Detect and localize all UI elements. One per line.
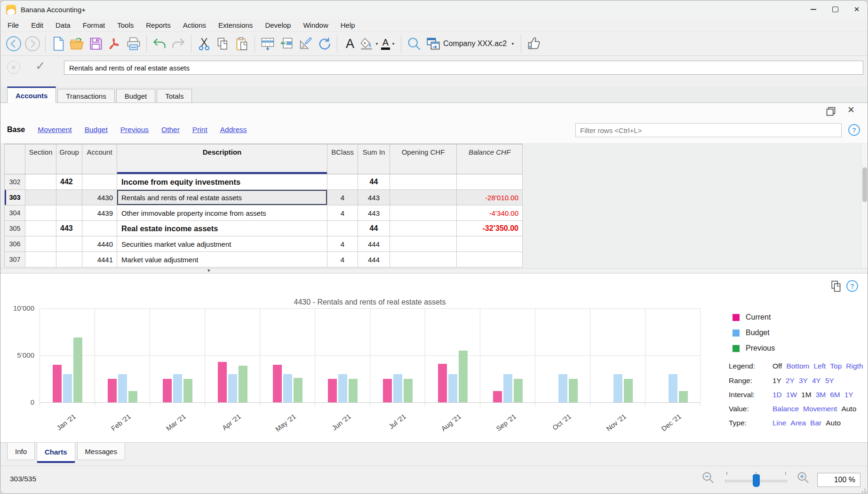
column-header-opening-chf[interactable]: Opening CHF	[390, 144, 457, 174]
cell-description[interactable]: Rentals and rents of real estate assets	[117, 190, 327, 205]
view-link-print[interactable]: Print	[192, 125, 207, 134]
vertical-scrollbar[interactable]	[861, 144, 868, 268]
tab-budget[interactable]: Budget	[116, 89, 156, 102]
cell-section[interactable]	[25, 252, 56, 267]
cell-group[interactable]: 443	[56, 221, 82, 236]
menu-item-file[interactable]: File	[1, 21, 25, 29]
cell-section[interactable]	[25, 205, 56, 221]
control-option-balance[interactable]: Balance	[772, 405, 799, 413]
formula-input[interactable]	[64, 61, 863, 75]
control-option-off[interactable]: Off	[772, 362, 782, 370]
cell-bclass[interactable]	[327, 174, 358, 190]
view-link-address[interactable]: Address	[220, 125, 247, 134]
bottom-tab-charts[interactable]: Charts	[37, 443, 75, 463]
control-option-bar[interactable]: Bar	[810, 419, 821, 427]
control-option-5y[interactable]: 5Y	[825, 376, 834, 385]
menu-item-extensions[interactable]: Extensions	[212, 21, 259, 29]
control-option-auto[interactable]: Auto	[841, 405, 856, 413]
zoom-value-field[interactable]: 100 %	[817, 473, 860, 487]
menu-item-format[interactable]: Format	[77, 21, 111, 29]
cell-account[interactable]	[82, 174, 117, 190]
column-header-balance-chf[interactable]: Balance CHF	[457, 144, 523, 174]
text-format-button[interactable]: A	[341, 34, 359, 54]
view-link-other[interactable]: Other	[161, 125, 180, 134]
menu-item-edit[interactable]: Edit	[25, 21, 49, 29]
cell-bclass[interactable]: 4	[327, 205, 358, 221]
row-number[interactable]: 305	[5, 221, 25, 236]
print-button[interactable]	[124, 34, 143, 54]
control-option-4y[interactable]: 4Y	[812, 376, 821, 385]
zoom-out-button[interactable]	[701, 471, 715, 486]
control-option-3m[interactable]: 3M	[816, 391, 826, 399]
cell-balance[interactable]	[457, 252, 523, 267]
row-number[interactable]: 302	[5, 174, 25, 190]
cell-sum_in[interactable]: 443	[358, 205, 390, 221]
column-header-account[interactable]: Account	[82, 144, 117, 174]
cell-account[interactable]: 4430	[82, 190, 117, 205]
control-option-1d[interactable]: 1D	[772, 391, 782, 399]
accept-edit-button[interactable]: ✓	[35, 59, 46, 73]
control-option-rigth[interactable]: Rigth	[846, 362, 863, 370]
cell-opening[interactable]	[390, 174, 457, 190]
cell-section[interactable]	[25, 236, 56, 252]
cell-account[interactable]: 4439	[82, 205, 117, 221]
control-option-left[interactable]: Left	[814, 362, 826, 370]
chart-copy-button[interactable]	[830, 280, 843, 294]
cell-sum_in[interactable]: 443	[358, 190, 390, 205]
cell-sum_in[interactable]: 44	[358, 174, 390, 190]
pane-close-button[interactable]: ✕	[847, 104, 855, 115]
menu-item-develop[interactable]: Develop	[259, 21, 297, 29]
view-link-budget[interactable]: Budget	[85, 125, 108, 134]
control-option-1y[interactable]: 1Y	[772, 376, 781, 385]
control-option-1y[interactable]: 1Y	[844, 391, 853, 399]
cell-description[interactable]: Income from equity investments	[117, 174, 327, 190]
cell-bclass[interactable]	[327, 221, 358, 236]
control-option-3y[interactable]: 3Y	[799, 376, 808, 385]
page-setup-button[interactable]	[296, 34, 315, 54]
cell-description[interactable]: Real estate income assets	[117, 221, 327, 236]
cell-balance[interactable]: -32’350.00	[457, 221, 523, 236]
cell-opening[interactable]	[390, 221, 457, 236]
cell-account[interactable]	[82, 221, 117, 236]
redo-button[interactable]	[169, 34, 188, 54]
forward-button[interactable]	[23, 34, 42, 54]
insert-columns-button[interactable]	[277, 34, 296, 54]
row-number[interactable]: 303	[5, 190, 25, 205]
tab-transactions[interactable]: Transactions	[57, 89, 114, 102]
column-header-bclass[interactable]: BClass	[327, 144, 358, 174]
cell-description[interactable]: Market value adjustment	[117, 252, 327, 267]
cell-section[interactable]	[25, 174, 56, 190]
column-header-description[interactable]: Description	[117, 144, 327, 174]
filter-help-button[interactable]: ?	[848, 124, 860, 136]
cell-balance[interactable]	[457, 174, 523, 190]
pane-restore-button[interactable]	[825, 106, 836, 119]
control-option-2y[interactable]: 2Y	[786, 376, 795, 385]
like-button[interactable]	[525, 34, 543, 54]
cell-balance[interactable]	[457, 236, 523, 252]
column-header-section[interactable]: Section	[25, 144, 56, 174]
chart-help-button[interactable]: ?	[846, 280, 858, 292]
menu-item-reports[interactable]: Reports	[140, 21, 177, 29]
resize-grip[interactable]	[860, 487, 866, 493]
cell-bclass[interactable]: 4	[327, 190, 358, 205]
control-option-movement[interactable]: Movement	[803, 405, 837, 413]
control-option-1w[interactable]: 1W	[786, 391, 797, 399]
column-header-group[interactable]: Group	[56, 144, 82, 174]
control-option-6m[interactable]: 6M	[830, 391, 840, 399]
cell-section[interactable]	[25, 221, 56, 236]
company-selector[interactable]: Company XXX.ac2 ▼	[423, 37, 518, 50]
row-number[interactable]: 307	[5, 252, 25, 267]
cell-section[interactable]	[25, 190, 56, 205]
scrollbar-thumb[interactable]	[862, 167, 867, 202]
cell-bclass[interactable]: 4	[327, 236, 358, 252]
cell-group[interactable]: 442	[56, 174, 82, 190]
cell-opening[interactable]	[390, 205, 457, 221]
bottom-tab-messages[interactable]: Messages	[77, 443, 125, 460]
view-link-previous[interactable]: Previous	[120, 125, 149, 134]
control-option-line[interactable]: Line	[772, 419, 786, 427]
control-option-top[interactable]: Top	[830, 362, 842, 370]
minimize-button[interactable]	[803, 0, 824, 18]
column-header-rownum[interactable]	[5, 144, 25, 174]
menu-item-window[interactable]: Window	[297, 21, 334, 29]
cell-sum_in[interactable]: 44	[358, 221, 390, 236]
